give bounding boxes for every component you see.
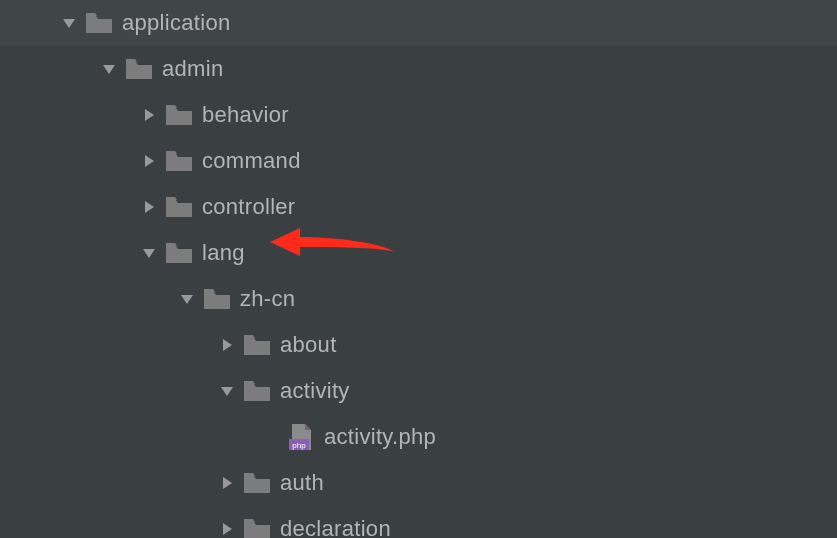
svg-text:php: php (292, 441, 306, 450)
tree-label: activity.php (324, 424, 436, 450)
folder-icon (166, 197, 192, 217)
tree-label: controller (202, 194, 295, 220)
tree-item-declaration[interactable]: declaration (0, 506, 837, 538)
folder-icon (166, 243, 192, 263)
chevron-down-icon[interactable] (178, 290, 196, 308)
folder-icon (126, 59, 152, 79)
chevron-down-icon[interactable] (218, 382, 236, 400)
tree-item-activity-php[interactable]: php activity.php (0, 414, 837, 460)
tree-item-command[interactable]: command (0, 138, 837, 184)
chevron-right-icon[interactable] (218, 520, 236, 538)
tree-item-zhcn[interactable]: zh-cn (0, 276, 837, 322)
tree-item-about[interactable]: about (0, 322, 837, 368)
svg-marker-0 (63, 19, 75, 28)
chevron-right-icon[interactable] (140, 152, 158, 170)
chevron-right-icon[interactable] (140, 198, 158, 216)
tree-label: about (280, 332, 337, 358)
folder-icon (86, 13, 112, 33)
tree-item-lang[interactable]: lang (0, 230, 837, 276)
tree-label: zh-cn (240, 286, 295, 312)
tree-label: application (122, 10, 231, 36)
folder-icon (244, 335, 270, 355)
tree-label: activity (280, 378, 350, 404)
svg-marker-3 (145, 155, 154, 167)
tree-label: command (202, 148, 301, 174)
svg-marker-12 (223, 523, 232, 535)
folder-icon (244, 473, 270, 493)
svg-marker-1 (103, 65, 115, 74)
chevron-down-icon[interactable] (60, 14, 78, 32)
svg-marker-7 (223, 339, 232, 351)
folder-icon (244, 381, 270, 401)
tree-label: behavior (202, 102, 289, 128)
chevron-right-icon[interactable] (218, 474, 236, 492)
chevron-right-icon[interactable] (140, 106, 158, 124)
tree-label: auth (280, 470, 324, 496)
tree-item-behavior[interactable]: behavior (0, 92, 837, 138)
file-tree: application admin behavior command (0, 0, 837, 538)
chevron-down-icon[interactable] (140, 244, 158, 262)
svg-marker-6 (181, 295, 193, 304)
folder-icon (204, 289, 230, 309)
tree-label: lang (202, 240, 245, 266)
folder-icon (166, 105, 192, 125)
folder-icon (244, 519, 270, 538)
tree-label: admin (162, 56, 223, 82)
chevron-down-icon[interactable] (100, 60, 118, 78)
tree-item-controller[interactable]: controller (0, 184, 837, 230)
svg-marker-11 (223, 477, 232, 489)
tree-item-admin[interactable]: admin (0, 46, 837, 92)
tree-label: declaration (280, 516, 391, 538)
folder-icon (166, 151, 192, 171)
svg-marker-5 (143, 249, 155, 258)
svg-marker-8 (221, 387, 233, 396)
tree-item-auth[interactable]: auth (0, 460, 837, 506)
php-file-icon: php (288, 424, 314, 450)
tree-item-application[interactable]: application (0, 0, 837, 46)
svg-marker-4 (145, 201, 154, 213)
chevron-right-icon[interactable] (218, 336, 236, 354)
svg-marker-2 (145, 109, 154, 121)
tree-item-activity[interactable]: activity (0, 368, 837, 414)
